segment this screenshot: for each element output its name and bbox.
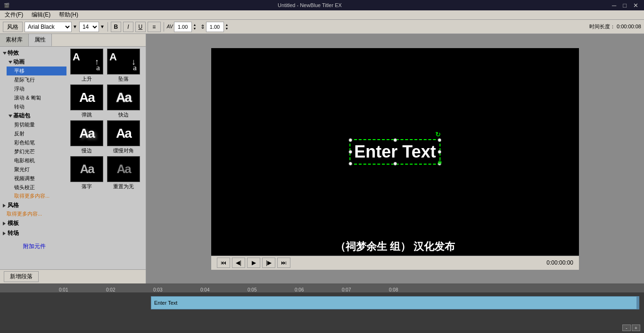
- divider-2: [164, 22, 164, 32]
- thumb-drop-box: Aa: [70, 156, 103, 182]
- rotate-handle[interactable]: ↻: [435, 131, 442, 137]
- thumb-quick-edge[interactable]: Aa 快边: [107, 84, 140, 118]
- scale-control: ⇕ ▲ ▼: [200, 22, 229, 32]
- font-size-select[interactable]: 14 10 12 16 18 24 36: [79, 22, 99, 32]
- effect-dream-light[interactable]: 梦幻光芒: [7, 147, 66, 156]
- prev-frame-button[interactable]: ◀|: [232, 258, 245, 268]
- scale-up-arrow[interactable]: ▲: [225, 23, 229, 27]
- effect-film-cam[interactable]: 电影相机: [7, 156, 66, 165]
- thumb-slow-corner[interactable]: Aa 缓慢对角: [107, 120, 140, 154]
- watermark: （祠梦余生 组） 汉化发布: [211, 238, 579, 256]
- subgroup-animation: 动画 平移 星际飞行 浮动 滚动 & 匍匐 转动: [2, 58, 66, 111]
- add-component-link[interactable]: 附加元件: [23, 243, 46, 250]
- menu-edit[interactable]: 编辑(E): [29, 10, 53, 19]
- handle-bottom-mid[interactable]: [393, 162, 397, 166]
- effect-flat[interactable]: 平移: [7, 67, 66, 75]
- panel-content: 特效 动画 平移 星际飞行 浮动 滚动 & 匍匐 转动: [0, 47, 146, 269]
- thumb-row-0: A a ↑ 上升 A a ↓ 坠落: [70, 49, 144, 83]
- maximize-button[interactable]: □: [621, 2, 628, 9]
- effect-scroll-crawl[interactable]: 滚动 & 匍匐: [7, 93, 66, 102]
- handle-top-mid[interactable]: [393, 138, 397, 142]
- thumb-bounce[interactable]: Aa 弹跳: [70, 84, 103, 118]
- more-style-link[interactable]: 取得更多内容...: [2, 210, 66, 218]
- font-select[interactable]: Arial Black Arial Times New Roman: [25, 22, 72, 32]
- timeline-ruler: 0:01 0:02 0:03 0:04 0:05 0:06 0:07 0:08: [0, 284, 644, 292]
- subgroup-animation-header[interactable]: 动画: [7, 58, 66, 67]
- left-panel: 素材库 属性 特效: [0, 34, 146, 283]
- group-effects-header[interactable]: 特效: [2, 49, 66, 58]
- close-button[interactable]: ✕: [631, 2, 640, 9]
- thumb-drop-label: 落字: [82, 183, 92, 190]
- group-effects: 特效 动画 平移 星际飞行 浮动 滚动 & 匍匐 转动: [2, 49, 66, 200]
- style-button[interactable]: 风格: [3, 22, 23, 32]
- track-end-handle[interactable]: [636, 297, 639, 309]
- menu-file[interactable]: 文件(F): [2, 10, 26, 19]
- bold-button[interactable]: B: [111, 22, 121, 32]
- tab-assets[interactable]: 素材库: [0, 34, 29, 46]
- av-down-arrow[interactable]: ▼: [193, 27, 197, 31]
- group-transition: 转场: [2, 229, 66, 238]
- handle-top-left[interactable]: [348, 138, 352, 142]
- group-transition-header[interactable]: 转场: [2, 229, 66, 238]
- playback-buttons: ⏮ ◀| ▶ |▶ ⏭: [217, 258, 290, 268]
- skip-end-button[interactable]: ⏭: [277, 258, 290, 268]
- menu-help[interactable]: 帮助(H): [56, 10, 81, 19]
- subgroup-basic-header[interactable]: 基础包: [7, 111, 66, 120]
- av-up-arrow[interactable]: ▲: [193, 23, 197, 27]
- tab-properties[interactable]: 属性: [29, 34, 52, 46]
- group-style-label: 风格: [8, 201, 19, 209]
- timeline-track[interactable]: Enter Text: [151, 296, 639, 309]
- av-input[interactable]: [174, 22, 192, 32]
- italic-button[interactable]: I: [123, 22, 133, 32]
- style-expand-icon: [3, 204, 6, 208]
- skip-start-button[interactable]: ⏮: [217, 258, 230, 268]
- underline-button[interactable]: U: [135, 22, 146, 32]
- more-effects-link[interactable]: 取得更多内容...: [7, 192, 66, 200]
- play-button[interactable]: ▶: [247, 258, 260, 268]
- group-style-header[interactable]: 风格: [2, 201, 66, 210]
- effect-spotlight[interactable]: 聚光灯: [7, 165, 66, 174]
- zoom-in-button[interactable]: +: [632, 325, 640, 331]
- thumb-fall-label: 坠落: [118, 75, 129, 83]
- thumb-fall-box: A a ↓: [107, 49, 140, 75]
- effect-float[interactable]: 浮动: [7, 84, 66, 93]
- thumb-fall[interactable]: A a ↓ 坠落: [107, 49, 140, 83]
- preview-area: Enter Text ↻ ⊕ （祠梦余生 组） 汉化发布: [146, 34, 644, 283]
- effect-star-fly[interactable]: 星际飞行: [7, 75, 66, 84]
- align-button[interactable]: ≡: [148, 22, 161, 32]
- group-template-header[interactable]: 模板: [2, 219, 66, 228]
- ruler-mark-1: 0:01: [59, 287, 68, 292]
- thumb-slow-edge[interactable]: Aa 慢边: [70, 120, 103, 154]
- thumb-reset-none[interactable]: Aa 重置为无: [107, 156, 140, 190]
- text-element[interactable]: Enter Text ↻ ⊕: [349, 139, 440, 165]
- effect-reflect[interactable]: 反射: [7, 129, 66, 138]
- scale-arrows: ▲ ▼: [225, 23, 229, 31]
- timeline-bottom: - +: [0, 323, 644, 333]
- template-expand-icon: [3, 222, 6, 225]
- new-segment-button[interactable]: 新增段落: [4, 271, 39, 282]
- handle-right-mid[interactable]: [438, 150, 442, 154]
- zoom-out-button[interactable]: -: [622, 325, 631, 331]
- scale-handle[interactable]: ⊕: [438, 159, 442, 166]
- window-controls: ─ □ ✕: [610, 2, 640, 9]
- next-frame-button[interactable]: |▶: [262, 258, 275, 268]
- handle-top-right[interactable]: [438, 138, 442, 142]
- scale-input[interactable]: [206, 22, 224, 32]
- thumb-slow-corner-box: Aa: [107, 120, 140, 146]
- duration-value: 0:00:00:08: [617, 24, 641, 29]
- thumb-rise[interactable]: A a ↑ 上升: [70, 49, 103, 83]
- handle-bottom-left[interactable]: [348, 162, 352, 166]
- effect-rotate[interactable]: 转动: [7, 102, 66, 111]
- effect-color-pencil[interactable]: 彩色铅笔: [7, 138, 66, 147]
- thumb-drop[interactable]: Aa 落字: [70, 156, 103, 190]
- thumb-bounce-label: 弹跳: [82, 111, 92, 118]
- minimize-button[interactable]: ─: [610, 2, 618, 9]
- add-component-section: 附加元件: [2, 239, 66, 254]
- handle-left-mid[interactable]: [348, 150, 352, 154]
- effect-cut-energy[interactable]: 剪切能量: [7, 120, 66, 129]
- scale-down-arrow[interactable]: ▼: [225, 27, 229, 31]
- effect-video-adjust[interactable]: 视频调整: [7, 174, 66, 183]
- effect-lens-correct[interactable]: 镜头校正: [7, 183, 66, 192]
- duration-display: 时间长度： 0:00:00:08: [589, 23, 641, 30]
- group-effects-label: 特效: [8, 49, 19, 57]
